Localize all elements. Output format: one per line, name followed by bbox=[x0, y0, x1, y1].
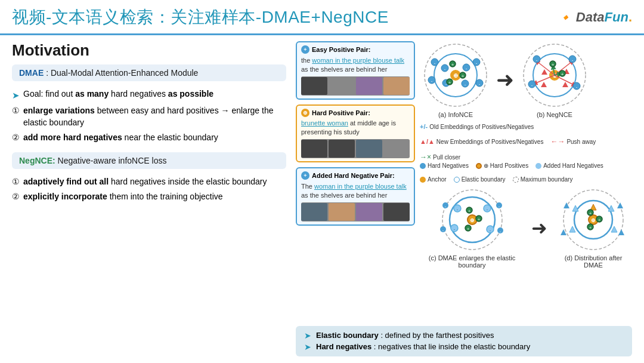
svg-text:+: + bbox=[448, 80, 451, 85]
hard-pair-card: ⊕ Hard Positive Pair: brunette woman at … bbox=[296, 104, 415, 163]
easy-pair-card: + Easy Positive Pair: the woman in the p… bbox=[296, 41, 415, 100]
added-neg-label: Added Hard Negatives bbox=[543, 162, 603, 169]
dist-label: (d) Distribution after DMAE bbox=[555, 254, 632, 269]
added-pair-image bbox=[301, 202, 410, 222]
goal-text: Goal: find out as many hard negatives as… bbox=[23, 88, 213, 100]
svg-text:-: - bbox=[466, 66, 467, 71]
logo: 🔸 DataFun. bbox=[558, 10, 632, 25]
top-diagram-row: ⊕ - - - - - bbox=[420, 41, 632, 118]
svg-text:-: - bbox=[465, 82, 466, 87]
easy-pair-icon: + bbox=[301, 45, 309, 54]
bullet-2-text: add more hard negatives near the elastic… bbox=[23, 132, 218, 144]
svg-text:+: + bbox=[451, 62, 454, 67]
hard-pair-text: brunette woman at middle age is presenti… bbox=[301, 119, 410, 137]
legend-push-label: Push away bbox=[566, 139, 596, 145]
added-pair-label: Added Hard Negative Pair: bbox=[312, 171, 395, 180]
svg-marker-46 bbox=[541, 82, 547, 87]
goal-item: ➤ Goal: find out as many hard negatives … bbox=[12, 88, 286, 101]
easy-pair-label: Easy Positive Pair: bbox=[312, 45, 370, 54]
arrow-right-2-icon: ➜ bbox=[531, 217, 547, 239]
info-arrow-1-icon: ➤ bbox=[304, 331, 311, 340]
dmae-desc: : Dual-Modal Attention-Enhanced Module bbox=[46, 68, 198, 78]
elastic-label: Elastic boundary bbox=[462, 176, 506, 183]
svg-text:+: + bbox=[462, 73, 465, 79]
svg-text:+: + bbox=[477, 217, 479, 222]
max-label: Maximum boundary bbox=[521, 176, 573, 183]
svg-text:+: + bbox=[552, 62, 555, 67]
bullet-1-text: enlarge variations between easy and hard… bbox=[23, 105, 286, 128]
svg-marker-85 bbox=[618, 229, 624, 235]
svg-text:⊕: ⊕ bbox=[470, 217, 475, 223]
svg-text:-: - bbox=[444, 66, 446, 72]
legend-new-embed: ▲/▲ New Embeddings of Positives/Negative… bbox=[420, 137, 543, 146]
nbullet-1-text: adaptively find out all hard negatives i… bbox=[23, 176, 267, 188]
svg-text:-: - bbox=[431, 78, 433, 84]
hard-pair-icon: ⊕ bbox=[301, 109, 309, 117]
negnce-label: NegNCE: bbox=[19, 156, 55, 165]
infonce-label: (a) InfoNCE bbox=[438, 111, 473, 118]
legend-anchor: Anchor bbox=[420, 176, 447, 183]
hard-pair-image bbox=[301, 139, 410, 158]
bottom-diagram-row: ⊕ - - - - - bbox=[420, 187, 632, 269]
svg-text:+: + bbox=[589, 211, 592, 216]
hard-pair-header: ⊕ Hard Positive Pair: bbox=[301, 109, 410, 118]
arrow-right-icon: ➜ bbox=[496, 67, 514, 93]
svg-text:-: - bbox=[572, 57, 574, 63]
negnce-desc: Negative-aware infoNCE loss bbox=[58, 156, 167, 165]
max-circle bbox=[513, 177, 519, 183]
nbullet-num-1: ① bbox=[12, 176, 20, 188]
hard-pair-label: Hard Positive Pair: bbox=[312, 109, 370, 118]
added-pair-header: + Added Hard Negative Pair: bbox=[301, 171, 410, 180]
added-neg-dot bbox=[535, 163, 541, 169]
bullet-num-1: ① bbox=[12, 105, 20, 117]
svg-text:-: - bbox=[576, 84, 578, 90]
dmae-box: DMAE : Dual-Modal Attention-Enhanced Mod… bbox=[12, 64, 286, 81]
infonce-diagram: ⊕ - - - - - bbox=[420, 41, 491, 118]
left-panel: Motivation DMAE : Dual-Modal Attention-E… bbox=[12, 41, 286, 356]
hard-neg-dot bbox=[420, 163, 426, 169]
negnce-label: (b) NegNCE bbox=[537, 111, 572, 118]
bullet-item-1: ① enlarge variations between easy and ha… bbox=[12, 105, 286, 128]
svg-text:+: + bbox=[467, 209, 470, 213]
svg-text:⊕: ⊕ bbox=[453, 72, 458, 79]
bullet-arrow-icon: ➤ bbox=[12, 89, 20, 101]
legend-new-label: New Embeddings of Positives/Negatives bbox=[436, 139, 544, 145]
legend-added-neg: Added Hard Negatives bbox=[535, 162, 603, 169]
svg-text:+: + bbox=[561, 72, 564, 77]
dist-diagram: ⊕ bbox=[555, 187, 632, 269]
svg-marker-44 bbox=[541, 69, 547, 75]
legend-pull-closer: →× Pull closer bbox=[420, 153, 460, 161]
legend-push-away: ←→ Push away bbox=[550, 137, 596, 146]
elastic-circle bbox=[454, 177, 460, 183]
main-content: Motivation DMAE : Dual-Modal Attention-E… bbox=[0, 35, 644, 362]
svg-text:-: - bbox=[479, 81, 481, 87]
legend-old-label: Old Embeddings of Positives/Negatives bbox=[429, 124, 534, 130]
anchor-label: Anchor bbox=[428, 176, 447, 183]
bullet-num-2: ② bbox=[12, 132, 20, 144]
dmae-enlarge-label: (c) DMAE enlarges the elastic boundary bbox=[420, 254, 524, 269]
nbullet-num-2: ② bbox=[12, 191, 20, 203]
right-panel: + Easy Positive Pair: the woman in the p… bbox=[296, 41, 632, 356]
legend-row-1: +/- Old Embeddings of Positives/Negative… bbox=[420, 123, 632, 161]
negnce-box: NegNCE: Negative-aware infoNCE loss bbox=[12, 152, 286, 169]
nbullet-2-text: explicitly incorporate them into the tra… bbox=[23, 191, 223, 203]
logo-data: Data bbox=[576, 10, 605, 24]
legend-row-2: Hard Negatives ⊕ Hard Positives Added Ha… bbox=[420, 162, 632, 183]
nbullet-item-2: ② explicitly incorporate them into the t… bbox=[12, 191, 286, 203]
hard-neg-label: Hard Negatives bbox=[428, 162, 469, 169]
svg-text:-: - bbox=[536, 57, 538, 63]
legend-hard-pos: ⊕ Hard Positives bbox=[476, 162, 528, 169]
svg-marker-89 bbox=[611, 226, 617, 232]
anchor-dot bbox=[420, 177, 426, 183]
negnce-diagram: ⊕ - - bbox=[519, 41, 590, 118]
hard-pos-label: ⊕ Hard Positives bbox=[484, 162, 528, 169]
goal-section: ➤ Goal: find out as many hard negatives … bbox=[12, 88, 286, 144]
svg-text:-: - bbox=[434, 60, 436, 66]
added-pair-icon: + bbox=[301, 171, 309, 180]
pairs-column: + Easy Positive Pair: the woman in the p… bbox=[296, 41, 415, 321]
motivation-title: Motivation bbox=[12, 41, 286, 60]
bottom-info-box: ➤ Elastic boundary : defined by the fart… bbox=[296, 326, 632, 356]
legend-hard-neg: Hard Negatives bbox=[420, 162, 469, 169]
header-title: 视频-文本语义检索：关注难样本-DMAE+NegNCE bbox=[12, 6, 389, 29]
added-pair-text: The woman in the purple blouse talk as t… bbox=[301, 182, 410, 200]
